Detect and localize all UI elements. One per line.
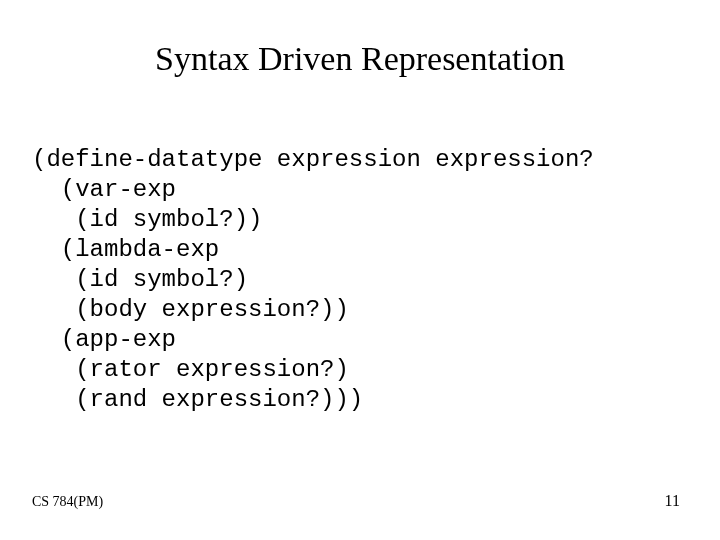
slide-title: Syntax Driven Representation [0, 40, 720, 78]
slide: Syntax Driven Representation (define-dat… [0, 0, 720, 540]
footer-page-number: 11 [665, 492, 680, 510]
code-block: (define-datatype expression expression? … [32, 145, 594, 415]
footer-course: CS 784(PM) [32, 494, 103, 510]
